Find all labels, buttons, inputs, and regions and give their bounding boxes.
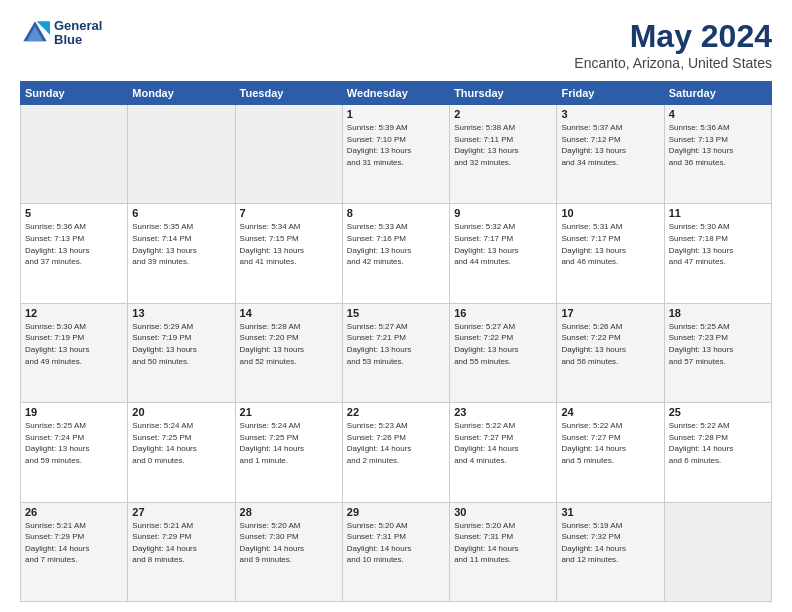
- day-info: Sunrise: 5:22 AM Sunset: 7:27 PM Dayligh…: [561, 420, 659, 466]
- logo-icon: [20, 18, 50, 48]
- day-info: Sunrise: 5:32 AM Sunset: 7:17 PM Dayligh…: [454, 221, 552, 267]
- day-info: Sunrise: 5:20 AM Sunset: 7:31 PM Dayligh…: [454, 520, 552, 566]
- calendar-cell: [21, 105, 128, 204]
- day-info: Sunrise: 5:31 AM Sunset: 7:17 PM Dayligh…: [561, 221, 659, 267]
- calendar-cell: [664, 502, 771, 601]
- day-number: 24: [561, 406, 659, 418]
- calendar-cell: 16Sunrise: 5:27 AM Sunset: 7:22 PM Dayli…: [450, 303, 557, 402]
- day-info: Sunrise: 5:21 AM Sunset: 7:29 PM Dayligh…: [132, 520, 230, 566]
- calendar-cell: 8Sunrise: 5:33 AM Sunset: 7:16 PM Daylig…: [342, 204, 449, 303]
- day-info: Sunrise: 5:25 AM Sunset: 7:24 PM Dayligh…: [25, 420, 123, 466]
- calendar-week-row: 12Sunrise: 5:30 AM Sunset: 7:19 PM Dayli…: [21, 303, 772, 402]
- weekday-header-friday: Friday: [557, 82, 664, 105]
- day-info: Sunrise: 5:25 AM Sunset: 7:23 PM Dayligh…: [669, 321, 767, 367]
- calendar-table: SundayMondayTuesdayWednesdayThursdayFrid…: [20, 81, 772, 602]
- day-number: 23: [454, 406, 552, 418]
- calendar-cell: [235, 105, 342, 204]
- day-number: 2: [454, 108, 552, 120]
- day-info: Sunrise: 5:36 AM Sunset: 7:13 PM Dayligh…: [669, 122, 767, 168]
- day-info: Sunrise: 5:19 AM Sunset: 7:32 PM Dayligh…: [561, 520, 659, 566]
- calendar-cell: 10Sunrise: 5:31 AM Sunset: 7:17 PM Dayli…: [557, 204, 664, 303]
- calendar-week-row: 26Sunrise: 5:21 AM Sunset: 7:29 PM Dayli…: [21, 502, 772, 601]
- calendar-cell: 18Sunrise: 5:25 AM Sunset: 7:23 PM Dayli…: [664, 303, 771, 402]
- day-info: Sunrise: 5:30 AM Sunset: 7:19 PM Dayligh…: [25, 321, 123, 367]
- day-info: Sunrise: 5:27 AM Sunset: 7:22 PM Dayligh…: [454, 321, 552, 367]
- calendar-cell: 14Sunrise: 5:28 AM Sunset: 7:20 PM Dayli…: [235, 303, 342, 402]
- day-number: 18: [669, 307, 767, 319]
- calendar-cell: 29Sunrise: 5:20 AM Sunset: 7:31 PM Dayli…: [342, 502, 449, 601]
- day-info: Sunrise: 5:28 AM Sunset: 7:20 PM Dayligh…: [240, 321, 338, 367]
- day-info: Sunrise: 5:23 AM Sunset: 7:26 PM Dayligh…: [347, 420, 445, 466]
- day-number: 12: [25, 307, 123, 319]
- day-number: 8: [347, 207, 445, 219]
- day-info: Sunrise: 5:21 AM Sunset: 7:29 PM Dayligh…: [25, 520, 123, 566]
- logo: General Blue: [20, 18, 102, 48]
- day-info: Sunrise: 5:22 AM Sunset: 7:28 PM Dayligh…: [669, 420, 767, 466]
- calendar-cell: 31Sunrise: 5:19 AM Sunset: 7:32 PM Dayli…: [557, 502, 664, 601]
- day-number: 20: [132, 406, 230, 418]
- day-number: 30: [454, 506, 552, 518]
- calendar-cell: 1Sunrise: 5:39 AM Sunset: 7:10 PM Daylig…: [342, 105, 449, 204]
- day-info: Sunrise: 5:34 AM Sunset: 7:15 PM Dayligh…: [240, 221, 338, 267]
- day-info: Sunrise: 5:20 AM Sunset: 7:30 PM Dayligh…: [240, 520, 338, 566]
- weekday-header-saturday: Saturday: [664, 82, 771, 105]
- calendar-cell: 11Sunrise: 5:30 AM Sunset: 7:18 PM Dayli…: [664, 204, 771, 303]
- day-number: 17: [561, 307, 659, 319]
- calendar-cell: 9Sunrise: 5:32 AM Sunset: 7:17 PM Daylig…: [450, 204, 557, 303]
- day-number: 28: [240, 506, 338, 518]
- day-number: 27: [132, 506, 230, 518]
- day-info: Sunrise: 5:27 AM Sunset: 7:21 PM Dayligh…: [347, 321, 445, 367]
- day-number: 25: [669, 406, 767, 418]
- weekday-header-thursday: Thursday: [450, 82, 557, 105]
- day-number: 16: [454, 307, 552, 319]
- header: General Blue May 2024 Encanto, Arizona, …: [20, 18, 772, 71]
- day-number: 29: [347, 506, 445, 518]
- day-number: 4: [669, 108, 767, 120]
- calendar-cell: 23Sunrise: 5:22 AM Sunset: 7:27 PM Dayli…: [450, 403, 557, 502]
- day-info: Sunrise: 5:29 AM Sunset: 7:19 PM Dayligh…: [132, 321, 230, 367]
- day-info: Sunrise: 5:22 AM Sunset: 7:27 PM Dayligh…: [454, 420, 552, 466]
- day-number: 10: [561, 207, 659, 219]
- day-info: Sunrise: 5:36 AM Sunset: 7:13 PM Dayligh…: [25, 221, 123, 267]
- calendar-cell: 20Sunrise: 5:24 AM Sunset: 7:25 PM Dayli…: [128, 403, 235, 502]
- day-number: 5: [25, 207, 123, 219]
- weekday-header-monday: Monday: [128, 82, 235, 105]
- day-info: Sunrise: 5:26 AM Sunset: 7:22 PM Dayligh…: [561, 321, 659, 367]
- calendar-title: May 2024: [574, 18, 772, 55]
- calendar-cell: 17Sunrise: 5:26 AM Sunset: 7:22 PM Dayli…: [557, 303, 664, 402]
- calendar-week-row: 19Sunrise: 5:25 AM Sunset: 7:24 PM Dayli…: [21, 403, 772, 502]
- day-number: 13: [132, 307, 230, 319]
- day-info: Sunrise: 5:35 AM Sunset: 7:14 PM Dayligh…: [132, 221, 230, 267]
- calendar-cell: 2Sunrise: 5:38 AM Sunset: 7:11 PM Daylig…: [450, 105, 557, 204]
- logo-text: General Blue: [54, 19, 102, 48]
- calendar-cell: 19Sunrise: 5:25 AM Sunset: 7:24 PM Dayli…: [21, 403, 128, 502]
- day-number: 1: [347, 108, 445, 120]
- day-info: Sunrise: 5:37 AM Sunset: 7:12 PM Dayligh…: [561, 122, 659, 168]
- day-number: 15: [347, 307, 445, 319]
- day-info: Sunrise: 5:38 AM Sunset: 7:11 PM Dayligh…: [454, 122, 552, 168]
- calendar-week-row: 1Sunrise: 5:39 AM Sunset: 7:10 PM Daylig…: [21, 105, 772, 204]
- calendar-week-row: 5Sunrise: 5:36 AM Sunset: 7:13 PM Daylig…: [21, 204, 772, 303]
- day-number: 11: [669, 207, 767, 219]
- day-number: 9: [454, 207, 552, 219]
- calendar-cell: 7Sunrise: 5:34 AM Sunset: 7:15 PM Daylig…: [235, 204, 342, 303]
- day-number: 19: [25, 406, 123, 418]
- calendar-cell: 21Sunrise: 5:24 AM Sunset: 7:25 PM Dayli…: [235, 403, 342, 502]
- day-info: Sunrise: 5:24 AM Sunset: 7:25 PM Dayligh…: [240, 420, 338, 466]
- calendar-cell: 25Sunrise: 5:22 AM Sunset: 7:28 PM Dayli…: [664, 403, 771, 502]
- calendar-cell: 12Sunrise: 5:30 AM Sunset: 7:19 PM Dayli…: [21, 303, 128, 402]
- calendar-subtitle: Encanto, Arizona, United States: [574, 55, 772, 71]
- day-number: 7: [240, 207, 338, 219]
- calendar-cell: 28Sunrise: 5:20 AM Sunset: 7:30 PM Dayli…: [235, 502, 342, 601]
- day-number: 26: [25, 506, 123, 518]
- day-number: 21: [240, 406, 338, 418]
- calendar-cell: 22Sunrise: 5:23 AM Sunset: 7:26 PM Dayli…: [342, 403, 449, 502]
- day-info: Sunrise: 5:30 AM Sunset: 7:18 PM Dayligh…: [669, 221, 767, 267]
- calendar-cell: 24Sunrise: 5:22 AM Sunset: 7:27 PM Dayli…: [557, 403, 664, 502]
- calendar-cell: 15Sunrise: 5:27 AM Sunset: 7:21 PM Dayli…: [342, 303, 449, 402]
- calendar-cell: 4Sunrise: 5:36 AM Sunset: 7:13 PM Daylig…: [664, 105, 771, 204]
- day-info: Sunrise: 5:24 AM Sunset: 7:25 PM Dayligh…: [132, 420, 230, 466]
- calendar-cell: 3Sunrise: 5:37 AM Sunset: 7:12 PM Daylig…: [557, 105, 664, 204]
- page: General Blue May 2024 Encanto, Arizona, …: [0, 0, 792, 612]
- day-number: 6: [132, 207, 230, 219]
